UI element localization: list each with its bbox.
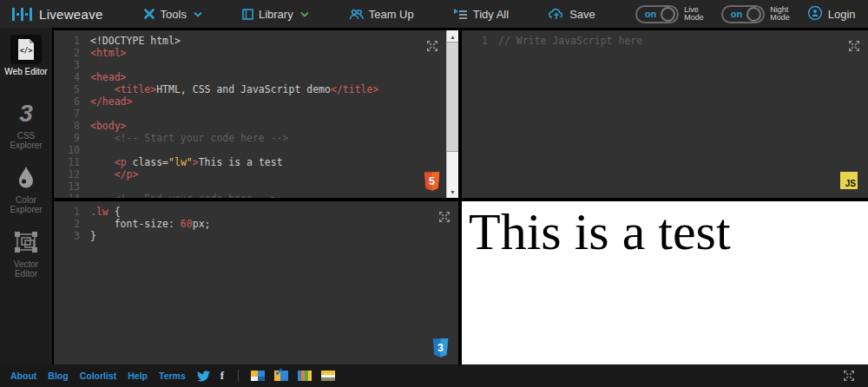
scroll-down-arrow[interactable]: ▼ bbox=[447, 187, 458, 197]
css-code-area[interactable]: 1.lw {2 font-size: 60px;3} bbox=[54, 201, 458, 242]
menu-tidy-all[interactable]: Tidy All bbox=[454, 8, 509, 21]
login-person-icon bbox=[807, 5, 823, 23]
code-line[interactable]: 8<body> bbox=[54, 120, 458, 132]
footer-link-help[interactable]: Help bbox=[128, 371, 148, 381]
sidebar-item-color-explorer[interactable]: Color Explorer bbox=[0, 163, 52, 226]
menu-library[interactable]: Library bbox=[242, 8, 309, 21]
expand-icon[interactable] bbox=[425, 39, 439, 53]
menu-team-up[interactable]: Team Up bbox=[349, 8, 414, 21]
js-code-area[interactable]: 1// Write JavaScript here bbox=[462, 30, 868, 47]
line-number: 1 bbox=[54, 206, 90, 218]
sidebar-item-label: Vector Editor bbox=[3, 259, 49, 279]
sidebar-item-vector-editor[interactable]: Vector Editor bbox=[0, 227, 52, 290]
facebook-icon[interactable]: f bbox=[220, 369, 224, 383]
footer-link-terms[interactable]: Terms bbox=[159, 371, 186, 381]
sidebar-item-css-explorer[interactable]: 3 CSS Explorer bbox=[0, 99, 52, 161]
css-editor-panel[interactable]: 1.lw {2 font-size: 60px;3} 3 bbox=[54, 201, 458, 364]
expand-icon[interactable] bbox=[847, 39, 861, 53]
login-button[interactable]: Login bbox=[807, 5, 856, 23]
html-code-area[interactable]: 1<!DOCTYPE html>2<html>34<head>5 <title>… bbox=[54, 30, 458, 198]
night-mode-toggle[interactable]: on Night Mode bbox=[721, 5, 790, 23]
code-text[interactable]: font-size: 60px; bbox=[90, 218, 211, 230]
preview-panel: This is a test bbox=[462, 201, 868, 364]
logo-badge-2[interactable]: ✓ bbox=[274, 371, 288, 381]
logo-badge-4[interactable] bbox=[321, 371, 335, 381]
sidebar-item-web-editor[interactable]: </> Web Editor bbox=[0, 35, 52, 97]
js-editor-panel[interactable]: 1// Write JavaScript here JS bbox=[462, 30, 868, 198]
menu-tools[interactable]: Tools bbox=[143, 8, 202, 21]
code-text[interactable]: <body> bbox=[90, 120, 127, 132]
line-number: 2 bbox=[54, 218, 90, 230]
chevron-down-icon bbox=[300, 11, 309, 17]
html-editor-panel[interactable]: 1<!DOCTYPE html>2<html>34<head>5 <title>… bbox=[54, 30, 458, 198]
code-text[interactable]: .lw { bbox=[90, 206, 121, 218]
footer-link-blog[interactable]: Blog bbox=[48, 371, 68, 381]
line-number: 8 bbox=[54, 120, 90, 132]
toggle-state: on bbox=[731, 10, 742, 19]
menu-label: Library bbox=[259, 8, 293, 21]
liveweave-logo[interactable]: Liveweave bbox=[12, 7, 103, 22]
code-text[interactable]: <html> bbox=[90, 47, 127, 59]
code-text[interactable]: <p class="lw">This is a test bbox=[90, 156, 283, 168]
code-line[interactable]: 14 <!-- End your code here --> bbox=[54, 193, 458, 198]
code-line[interactable]: 7 bbox=[54, 108, 458, 120]
line-number: 2 bbox=[54, 47, 90, 59]
code-text[interactable]: <!-- End your code here --> bbox=[90, 193, 277, 198]
code-line[interactable]: 2<html> bbox=[54, 47, 458, 59]
code-text[interactable]: <!-- Start your code here --> bbox=[90, 132, 288, 144]
footer-link-colorlist[interactable]: Colorlist bbox=[80, 371, 117, 381]
logo-badge-1[interactable] bbox=[251, 371, 265, 381]
live-mode-toggle[interactable]: on Live Mode bbox=[635, 5, 704, 23]
menu-label: Tidy All bbox=[473, 8, 509, 21]
code-line[interactable]: 3 bbox=[54, 59, 458, 71]
line-number: 11 bbox=[54, 156, 90, 168]
code-line[interactable]: 10 bbox=[54, 144, 458, 156]
code-line[interactable]: 1<!DOCTYPE html> bbox=[54, 35, 458, 47]
code-line[interactable]: 1// Write JavaScript here bbox=[462, 35, 868, 47]
toggle-knob[interactable] bbox=[661, 7, 675, 22]
code-line[interactable]: 12 </p> bbox=[54, 168, 458, 180]
toggle-knob[interactable] bbox=[746, 7, 761, 22]
expand-icon[interactable] bbox=[437, 210, 451, 224]
night-mode-switch[interactable]: on bbox=[721, 5, 765, 23]
line-number: 3 bbox=[54, 230, 90, 242]
code-text[interactable]: <!DOCTYPE html> bbox=[90, 35, 181, 47]
footer-link-about[interactable]: About bbox=[10, 371, 36, 381]
code-text[interactable]: </p> bbox=[90, 168, 138, 180]
fullscreen-icon[interactable] bbox=[842, 369, 856, 383]
line-number: 1 bbox=[54, 35, 90, 47]
code-text[interactable]: // Write JavaScript here bbox=[498, 35, 642, 47]
code-line[interactable]: 1.lw { bbox=[54, 206, 458, 218]
live-mode-label: Live Mode bbox=[684, 6, 704, 22]
code-line[interactable]: 5 <title>HTML, CSS and JavaScript demo</… bbox=[54, 83, 458, 95]
html-editor-scrollbar[interactable]: ▲ ▼ bbox=[446, 30, 458, 198]
code-text[interactable]: </head> bbox=[90, 95, 132, 108]
code-line[interactable]: 9 <!-- Start your code here --> bbox=[54, 132, 458, 144]
code-line[interactable]: 11 <p class="lw">This is a test bbox=[54, 156, 458, 168]
code-line[interactable]: 2 font-size: 60px; bbox=[54, 218, 458, 230]
line-number: 12 bbox=[54, 168, 90, 180]
scroll-up-arrow[interactable]: ▲ bbox=[447, 31, 458, 42]
code-line[interactable]: 4<head> bbox=[54, 71, 458, 83]
line-number: 1 bbox=[462, 35, 498, 47]
line-number: 9 bbox=[54, 132, 90, 144]
html5-badge-icon: 5 bbox=[423, 172, 441, 193]
menu-save[interactable]: Save bbox=[549, 8, 595, 21]
code-text[interactable]: <head> bbox=[90, 71, 127, 83]
code-text[interactable]: } bbox=[90, 230, 96, 242]
chevron-down-icon bbox=[194, 11, 202, 17]
logo-badge-3[interactable] bbox=[298, 371, 312, 381]
live-mode-switch[interactable]: on bbox=[635, 5, 679, 23]
menu-label: Team Up bbox=[369, 8, 414, 21]
twitter-icon[interactable] bbox=[197, 371, 210, 382]
sidebar-item-label: CSS Explorer bbox=[3, 131, 49, 150]
liveweave-logo-icon bbox=[12, 7, 32, 21]
library-icon bbox=[242, 9, 253, 20]
main-area: </> Web Editor 3 CSS Explorer Color Expl… bbox=[0, 28, 868, 364]
code-line[interactable]: 6</head> bbox=[54, 95, 458, 108]
night-mode-label: Night Mode bbox=[770, 6, 790, 22]
scrollbar-thumb[interactable] bbox=[447, 42, 458, 152]
code-text[interactable]: <title>HTML, CSS and JavaScript demo</ti… bbox=[90, 83, 378, 95]
code-line[interactable]: 13 bbox=[54, 180, 458, 193]
code-line[interactable]: 3} bbox=[54, 230, 458, 242]
